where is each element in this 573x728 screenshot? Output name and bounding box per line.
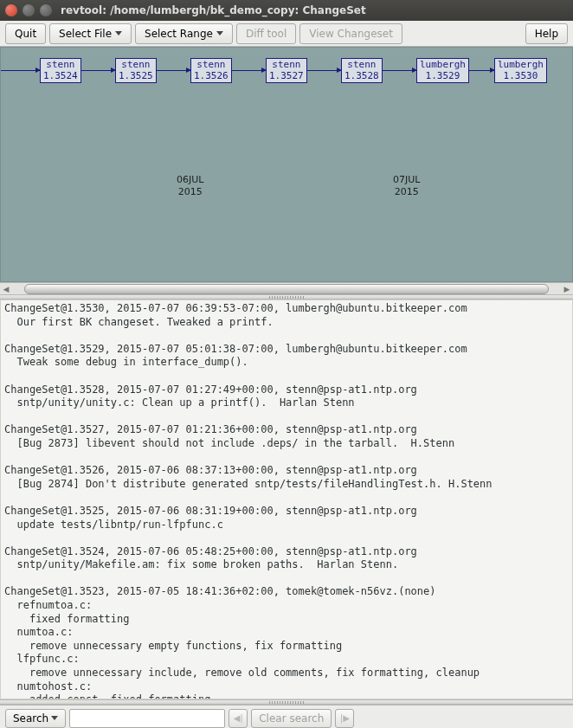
scroll-right-icon[interactable]: ▶	[561, 284, 573, 294]
maximize-icon[interactable]	[40, 4, 52, 16]
help-button[interactable]: Help	[525, 23, 568, 44]
diff-tool-button[interactable]: Diff tool	[236, 23, 296, 44]
scroll-thumb[interactable]	[24, 284, 549, 294]
graph-arrow	[381, 70, 416, 71]
changeset-log[interactable]: ChangeSet@1.3530, 2015-07-07 06:39:53-07…	[0, 300, 573, 699]
chevron-down-icon	[115, 31, 122, 35]
revision-graph[interactable]: stenn 1.3524stenn 1.3525stenn 1.3526sten…	[0, 47, 573, 282]
graph-node[interactable]: stenn 1.3528	[341, 58, 383, 83]
graph-node[interactable]: stenn 1.3527	[266, 58, 307, 83]
graph-arrow	[468, 70, 494, 71]
graph-arrow	[1, 70, 40, 71]
chevron-down-icon	[216, 31, 223, 35]
graph-date-label: 07JUL 2015	[393, 174, 420, 199]
chevron-down-icon	[51, 716, 58, 720]
window-title: revtool: /home/lumbergh/bk_demo_copy: Ch…	[61, 4, 366, 16]
graph-node[interactable]: stenn 1.3524	[40, 58, 81, 83]
graph-arrow	[306, 70, 341, 71]
view-changeset-button[interactable]: View Changeset	[299, 23, 402, 44]
search-next-icon[interactable]: |▶	[335, 709, 354, 728]
graph-scrollbar[interactable]: ◀ ▶	[0, 282, 573, 294]
search-button[interactable]: Search	[5, 709, 66, 728]
graph-node[interactable]: lumbergh 1.3529	[416, 58, 469, 83]
scroll-left-icon[interactable]: ◀	[0, 284, 12, 294]
graph-arrow	[230, 70, 266, 71]
close-icon[interactable]	[5, 4, 17, 16]
graph-node[interactable]: stenn 1.3525	[115, 58, 157, 83]
graph-arrow	[80, 70, 115, 71]
search-prev-icon[interactable]: ◀|	[229, 709, 248, 728]
search-input[interactable]	[69, 709, 225, 728]
toolbar: Quit Select File Select Range Diff tool …	[0, 21, 573, 47]
clear-search-button[interactable]: Clear search	[251, 709, 332, 728]
titlebar: revtool: /home/lumbergh/bk_demo_copy: Ch…	[0, 0, 573, 21]
select-file-button[interactable]: Select File	[49, 23, 132, 44]
graph-panel: stenn 1.3524stenn 1.3525stenn 1.3526sten…	[0, 47, 573, 294]
graph-node[interactable]: lumbergh 1.3530	[494, 58, 547, 83]
graph-arrow	[155, 70, 190, 71]
search-bar: Search ◀| Clear search |▶	[0, 705, 573, 728]
minimize-icon[interactable]	[23, 4, 35, 16]
graph-date-label: 06JUL 2015	[177, 174, 203, 199]
select-range-button[interactable]: Select Range	[135, 23, 233, 44]
quit-button[interactable]: Quit	[5, 23, 46, 44]
graph-node[interactable]: stenn 1.3526	[190, 58, 232, 83]
